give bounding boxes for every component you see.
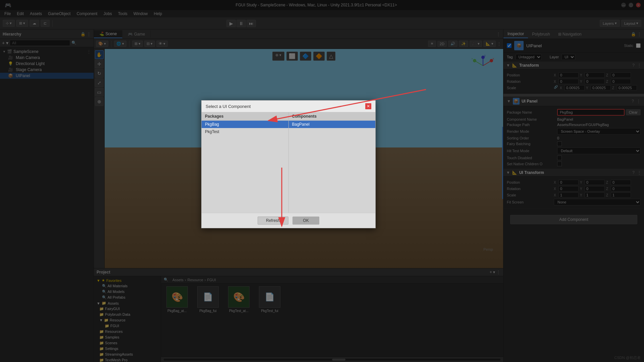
modal-overlay: Select a UI Component ✕ Packages PkgBag … — [0, 0, 644, 362]
modal-columns: Packages PkgBag PkgTest Components BagPa… — [202, 112, 375, 213]
package-item-pkgbag[interactable]: PkgBag — [202, 121, 288, 128]
components-header: Components — [289, 112, 376, 121]
modal-header: Select a UI Component ✕ — [202, 101, 375, 112]
components-col: Components BagPanel — [289, 112, 376, 213]
refresh-btn[interactable]: Refresh — [258, 217, 288, 225]
packages-col: Packages PkgBag PkgTest — [202, 112, 289, 213]
modal-close-btn[interactable]: ✕ — [365, 103, 371, 109]
modal-footer: Refresh OK — [202, 213, 375, 228]
packages-header: Packages — [202, 112, 288, 121]
select-component-modal: Select a UI Component ✕ Packages PkgBag … — [201, 100, 376, 228]
modal-title: Select a UI Component — [206, 104, 251, 109]
ok-btn[interactable]: OK — [292, 217, 319, 225]
package-item-pkgtest[interactable]: PkgTest — [202, 128, 288, 135]
component-item-bagpanel[interactable]: BagPanel — [289, 121, 376, 128]
modal-content: Packages PkgBag PkgTest Components BagPa… — [202, 112, 375, 213]
